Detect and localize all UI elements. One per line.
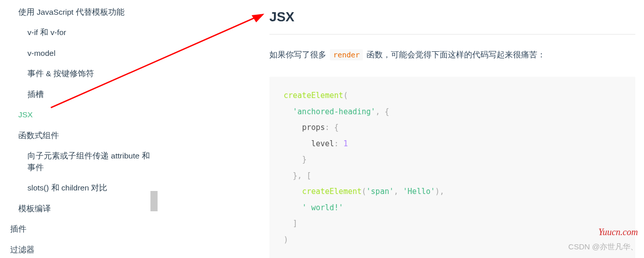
code-token: 1 (343, 139, 348, 148)
code-token: 'anchored-heading' (293, 107, 376, 116)
code-token: ' world!' (302, 203, 343, 212)
code-token: ) (284, 235, 288, 244)
sidebar-item-4[interactable]: 插槽 (10, 84, 158, 105)
section-heading: JSX (269, 9, 635, 35)
code-token: , (394, 187, 403, 196)
sidebar-item-0[interactable]: 使用 JavaScript 代替模板功能 (10, 2, 158, 22)
sidebar-item-2[interactable]: v-model (10, 43, 158, 63)
svg-marker-1 (252, 14, 264, 22)
intro-text-before: 如果你写了很多 (269, 50, 328, 59)
inline-code-render: render (330, 49, 362, 60)
watermark-author: CSDN @亦世凡华、 (568, 242, 638, 252)
sidebar-item-7[interactable]: 向子元素或子组件传递 attribute 和事件 (10, 146, 158, 178)
sidebar-item-9[interactable]: 模板编译 (10, 199, 158, 219)
code-token: createElement (284, 91, 343, 100)
sidebar-item-5[interactable]: JSX (10, 105, 158, 125)
code-token: , { (376, 107, 389, 116)
code-token: ), (435, 187, 444, 196)
code-token: }, [ (293, 171, 311, 180)
intro-paragraph: 如果你写了很多 render 函数，可能会觉得下面这样的代码写起来很痛苦： (269, 48, 635, 61)
code-token: ( (362, 187, 366, 196)
sidebar-item-1[interactable]: v-if 和 v-for (10, 22, 158, 43)
code-token: ] (293, 219, 297, 228)
code-token: ( (343, 91, 348, 100)
watermark-site: Yuucn.com (598, 227, 638, 238)
code-token: level (311, 139, 334, 148)
sidebar-scrollbar[interactable] (150, 191, 158, 211)
code-token: : { (325, 123, 339, 132)
sidebar-items: 使用 JavaScript 代替模板功能v-if 和 v-forv-model事… (10, 2, 158, 258)
sidebar-item-3[interactable]: 事件 & 按键修饰符 (10, 63, 158, 84)
code-token: createElement (302, 187, 361, 196)
sidebar-item-10[interactable]: 插件 (10, 219, 158, 239)
code-token: props (302, 123, 325, 132)
code-block: createElement( 'anchored-heading', { pro… (269, 77, 635, 258)
intro-text-after: 函数，可能会觉得下面这样的代码写起来很痛苦： (364, 50, 545, 59)
code-token: } (302, 155, 306, 164)
sidebar-item-11[interactable]: 过滤器 (10, 240, 158, 258)
main-content: JSX 如果你写了很多 render 函数，可能会觉得下面这样的代码写起来很痛苦… (269, 9, 635, 258)
sidebar-item-6[interactable]: 函数式组件 (10, 125, 158, 146)
sidebar-item-8[interactable]: slots() 和 children 对比 (10, 178, 158, 198)
code-token: : (334, 139, 343, 148)
code-token: 'span' (366, 187, 394, 196)
code-token: 'Hello' (403, 187, 435, 196)
sidebar-nav: 使用 JavaScript 代替模板功能v-if 和 v-forv-model事… (0, 0, 158, 258)
